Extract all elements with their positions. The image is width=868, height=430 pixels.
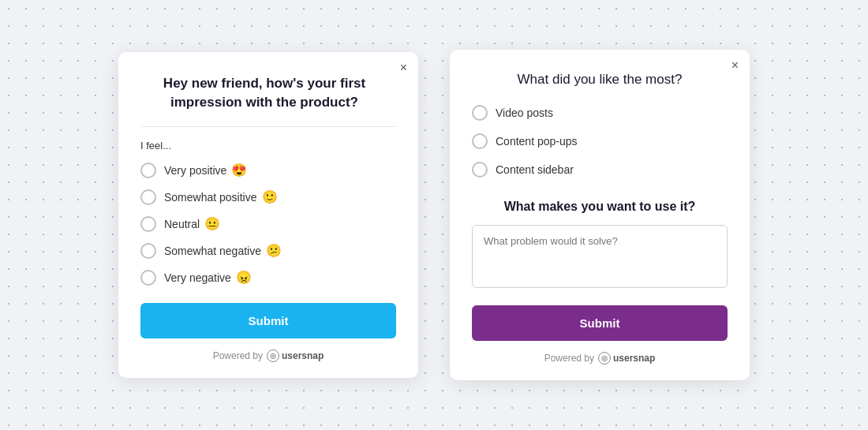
radio-circle-content-sidebar [472,162,488,178]
usersnap-icon-right: ◎ [598,352,611,365]
section-label: I feel... [140,140,396,151]
option-neutral-label: Neutral 😐 [164,216,220,231]
emoji-neutral: 😐 [204,216,220,231]
usersnap-icon-left: ◎ [267,350,279,362]
option-content-sidebar[interactable]: Content sidebar [472,162,728,178]
left-usersnap-logo: ◎ usersnap [267,350,324,362]
radio-circle-very-positive [140,163,156,178]
radio-circle-video-posts [472,105,488,121]
option-somewhat-negative-label: Somewhat negative 😕 [164,243,282,258]
left-card-title: Hey new friend, how's your first impress… [140,74,396,112]
left-submit-button[interactable]: Submit [140,303,396,338]
problem-textarea[interactable] [472,225,728,288]
radio-circle-very-negative [140,270,156,286]
option-somewhat-negative[interactable]: Somewhat negative 😕 [140,243,396,259]
option-neutral[interactable]: Neutral 😐 [140,216,396,232]
radio-circle-neutral [140,216,156,232]
option-somewhat-positive[interactable]: Somewhat positive 🙂 [140,189,396,205]
emoji-somewhat-negative: 😕 [266,243,282,258]
right-radio-group: Video posts Content pop-ups Content side… [472,105,728,178]
left-divider [140,126,396,127]
option-content-popups-label: Content pop-ups [496,135,578,148]
option-content-popups[interactable]: Content pop-ups [472,133,728,149]
option-very-positive[interactable]: Very positive 😍 [140,163,396,178]
left-radio-group: Very positive 😍 Somewhat positive 🙂 Neut… [140,163,396,286]
right-usersnap-logo: ◎ usersnap [598,352,655,365]
right-submit-button[interactable]: Submit [472,305,728,341]
option-video-posts[interactable]: Video posts [472,105,728,121]
option-very-negative-label: Very negative 😠 [164,270,252,285]
left-survey-card: × Hey new friend, how's your first impre… [118,52,418,378]
right-card-title: What did you like the most? [472,72,728,88]
option-somewhat-positive-label: Somewhat positive 🙂 [164,189,278,204]
right-powered-by: Powered by ◎ usersnap [472,352,728,365]
emoji-somewhat-positive: 🙂 [262,189,278,204]
left-powered-by: Powered by ◎ usersnap [140,350,396,362]
option-very-positive-label: Very positive 😍 [164,163,247,178]
option-content-sidebar-label: Content sidebar [496,163,574,176]
right-survey-card: × What did you like the most? Video post… [450,50,750,380]
radio-circle-content-popups [472,133,488,149]
left-close-button[interactable]: × [400,62,407,74]
emoji-very-positive: 😍 [231,163,247,178]
option-video-posts-label: Video posts [496,107,553,119]
right-close-button[interactable]: × [731,59,739,72]
radio-circle-somewhat-negative [140,243,156,259]
emoji-very-negative: 😠 [236,270,252,285]
right-subtitle: What makes you want to use it? [472,200,728,214]
option-very-negative[interactable]: Very negative 😠 [140,270,396,286]
radio-circle-somewhat-positive [140,189,156,205]
